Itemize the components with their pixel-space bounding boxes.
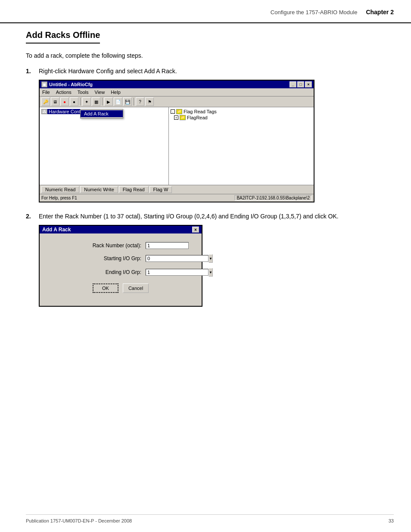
btn-flag-read[interactable]: Flag Read [119, 186, 149, 193]
toolbar-btn-arrow[interactable]: ▶ [104, 97, 113, 106]
header-title: Configure the 1757-ABRIO Module [271, 9, 358, 16]
ending-io-row: Ending I/O Grp: ▼ [53, 268, 189, 277]
menu-view[interactable]: View [94, 89, 106, 95]
ending-io-arrow[interactable]: ▼ [209, 268, 213, 277]
menu-help[interactable]: Help [110, 89, 121, 95]
tree-hardware-config[interactable]: 🖧 Hardware Config [41, 109, 84, 114]
win-toolbar: 🔑 🖥 ● ● ✦ ▦ ▶ 📄 💾 ? ⚑ [40, 96, 314, 107]
addrack-dialog[interactable]: Add A Rack × Rack Number (octal): Starti… [39, 225, 202, 307]
intro-text: To add a rack, complete the following st… [26, 52, 394, 59]
dialog-titlebar: Add A Rack × [40, 226, 202, 233]
status-connection: BA2ITCP-1\192.168.0.55\Backplane\2 [234, 195, 312, 201]
status-help: For Help, press F1 [41, 196, 234, 200]
toolbar-sep-3 [134, 98, 134, 106]
expand-flag-read-tags[interactable]: - [171, 109, 175, 114]
menu-actions[interactable]: Actions [55, 89, 72, 95]
win-titlebar: ▣ Untitled - AbRioCfg _ □ × [40, 81, 314, 88]
toolbar-btn-monitor[interactable]: 🖥 [51, 97, 59, 106]
toolbar-btn-question[interactable]: ? [136, 97, 144, 106]
right-tree-flagread: + 📁 FlagRead [174, 115, 312, 120]
ending-io-select-wrapper: ▼ [146, 268, 189, 277]
dialog-title: Add A Rack [42, 227, 71, 233]
expand-flagread[interactable]: + [174, 115, 178, 120]
toolbar-btn-circle-black[interactable]: ● [70, 97, 78, 106]
btn-numeric-read[interactable]: Numeric Read [41, 186, 79, 193]
toolbar-btn-key[interactable]: 🔑 [41, 97, 50, 106]
toolbar-btn-plus[interactable]: ✦ [82, 97, 91, 106]
footer: Publication 1757-UM007D-EN-P - December … [26, 514, 394, 523]
win-maximize-btn[interactable]: □ [297, 81, 304, 87]
right-tree-flag-read-tags: Flag Read Tags [184, 109, 217, 114]
right-tree: - 📁 Flag Read Tags + 📁 FlagRead [171, 109, 312, 120]
step-2-content: Enter the Rack Number (1 to 37 octal), S… [39, 213, 394, 307]
toolbar-btn-flag[interactable]: ⚑ [145, 97, 154, 106]
toolbar-btn-grid[interactable]: ▦ [92, 97, 100, 106]
section-title: Add Racks Offline [26, 30, 100, 44]
win-bottom-bar: Numeric Read Numeric Write Flag Read Fla… [40, 185, 314, 194]
btn-flag-w[interactable]: Flag W [149, 186, 172, 193]
win-menubar: File Actions Tools View Help [40, 88, 314, 96]
win-body: 🖧 Hardware Config Add A Rack [40, 107, 314, 185]
rack-number-input[interactable] [146, 242, 189, 249]
step-2-number: 2. [26, 213, 39, 220]
footer-publication: Publication 1757-UM007D-EN-P - December … [26, 518, 132, 523]
dialog-buttons: OK Cancel [53, 283, 189, 297]
ending-io-input[interactable] [146, 269, 209, 276]
starting-io-input[interactable] [146, 255, 209, 262]
step-1-number: 1. [26, 68, 39, 75]
starting-io-row: Starting I/O Grp: ▼ [53, 254, 189, 263]
win-close-btn[interactable]: × [305, 81, 312, 87]
footer-page: 33 [389, 518, 394, 523]
starting-io-arrow[interactable]: ▼ [209, 254, 213, 263]
context-menu: Add A Rack [80, 109, 123, 118]
win-app-icon: ▣ [41, 81, 47, 87]
dialog-close-btn[interactable]: × [192, 227, 199, 233]
btn-numeric-write[interactable]: Numeric Write [80, 186, 118, 193]
win-title-text: Untitled - AbRioCfg [49, 82, 93, 87]
context-add-rack[interactable]: Add A Rack [81, 110, 123, 117]
ending-io-label: Ending I/O Grp: [53, 269, 141, 275]
toolbar-btn-save[interactable]: 💾 [123, 97, 132, 106]
win-statusbar: For Help, press F1 BA2ITCP-1\192.168.0.5… [40, 194, 314, 202]
toolbar-sep-2 [102, 98, 103, 106]
step-1: 1. Right-click Hardware Config and selec… [26, 68, 394, 202]
toolbar-btn-circle-red[interactable]: ● [60, 97, 69, 106]
win-right-panel: - 📁 Flag Read Tags + 📁 FlagRead [169, 107, 314, 185]
step-2: 2. Enter the Rack Number (1 to 37 octal)… [26, 213, 394, 307]
toolbar-sep-1 [80, 98, 81, 106]
step-1-content: Right-click Hardware Config and select A… [39, 68, 394, 202]
tree-item-label: Hardware Config [49, 109, 84, 114]
dialog-ok-btn[interactable]: OK [93, 283, 118, 293]
menu-file[interactable]: File [41, 89, 51, 95]
win-controls: _ □ × [290, 81, 312, 87]
starting-io-select-wrapper: ▼ [146, 254, 189, 263]
win-left-panel: 🖧 Hardware Config Add A Rack [40, 107, 169, 185]
dialog-cancel-btn[interactable]: Cancel [123, 283, 149, 293]
win-title-area: ▣ Untitled - AbRioCfg [41, 81, 93, 87]
rack-number-label: Rack Number (octal): [53, 243, 141, 249]
starting-io-label: Starting I/O Grp: [53, 255, 141, 261]
menu-tools[interactable]: Tools [77, 89, 90, 95]
win-minimize-btn[interactable]: _ [290, 81, 296, 87]
step-2-text: Enter the Rack Number (1 to 37 octal), S… [39, 213, 394, 220]
toolbar-btn-doc[interactable]: 📄 [114, 97, 122, 106]
header-chapter: Chapter 2 [366, 9, 394, 16]
step-1-text: Right-click Hardware Config and select A… [39, 68, 394, 75]
abriocfg-window[interactable]: ▣ Untitled - AbRioCfg _ □ × File Actions… [39, 80, 314, 202]
right-tree-flagread-label: FlagRead [187, 115, 208, 120]
rack-number-row: Rack Number (octal): [53, 242, 189, 249]
dialog-body: Rack Number (octal): Starting I/O Grp: ▼ [40, 233, 202, 306]
